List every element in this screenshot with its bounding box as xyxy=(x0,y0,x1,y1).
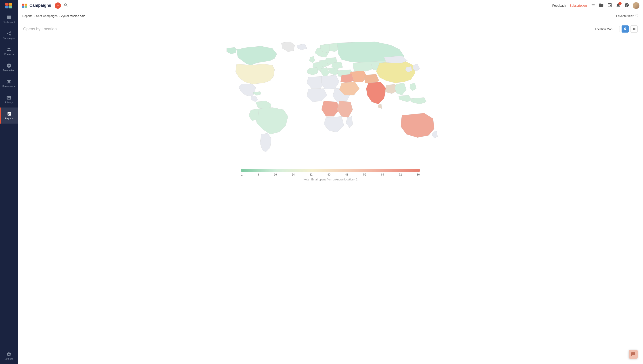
breadcrumb-sent-campaigns[interactable]: Sent Campaigns xyxy=(36,14,58,18)
chat-button[interactable] xyxy=(629,350,638,359)
sidebar-item-campaigns[interactable]: Campaigns xyxy=(0,27,18,43)
help-icon[interactable] xyxy=(624,3,629,8)
svg-rect-4 xyxy=(22,4,24,5)
folder-icon[interactable] xyxy=(599,3,604,8)
sidebar-item-library[interactable]: Library xyxy=(0,92,18,108)
subscription-link[interactable]: Subscription xyxy=(569,4,587,7)
legend-container: 1 8 16 24 32 40 48 56 64 72 80 xyxy=(23,169,638,176)
map-container xyxy=(23,36,638,166)
svg-rect-0 xyxy=(5,3,9,6)
top-navbar: Campaigns + Feedback Subscription 7 xyxy=(18,0,643,11)
sidebar-bottom: Settings xyxy=(0,348,18,364)
map-note: Note : Email opens from unknown location… xyxy=(23,178,638,181)
favorite-heart-icon[interactable]: ♡ xyxy=(635,14,638,18)
svg-rect-5 xyxy=(22,6,24,8)
svg-rect-3 xyxy=(9,6,12,8)
legend-labels: 1 8 16 24 32 40 48 56 64 72 80 xyxy=(241,173,420,176)
breadcrumb-sep-2: › xyxy=(59,14,60,18)
breadcrumb-bar: Reports › Sent Campaigns › Zylker fashio… xyxy=(18,11,643,21)
nav-actions: Feedback Subscription 7 xyxy=(552,2,639,9)
calendar-icon[interactable] xyxy=(607,3,612,8)
breadcrumb-current: Zylker fashion sale xyxy=(61,14,85,18)
legend-bar xyxy=(241,169,420,172)
sidebar-item-ecommerce[interactable]: Ecommerce xyxy=(0,76,18,92)
sidebar-item-reports[interactable]: Reports xyxy=(0,108,18,124)
feedback-link[interactable]: Feedback xyxy=(552,4,566,7)
section-header: Opens by Location Location Map xyxy=(23,26,638,32)
breadcrumb: Reports › Sent Campaigns › Zylker fashio… xyxy=(22,14,85,18)
map-view-button[interactable] xyxy=(621,26,629,32)
favorite-label: Favorite this? xyxy=(616,14,634,18)
view-dropdown-button[interactable]: Location Map xyxy=(592,26,620,32)
breadcrumb-reports[interactable]: Reports xyxy=(22,14,33,18)
svg-rect-7 xyxy=(25,6,27,8)
search-icon[interactable] xyxy=(63,2,69,9)
sidebar-item-settings[interactable]: Settings xyxy=(0,348,18,364)
notification-icon[interactable]: 7 xyxy=(616,3,621,8)
page-content: Opens by Location Location Map xyxy=(18,21,643,364)
page-title: Opens by Location xyxy=(23,27,57,32)
sidebar: Dashboard Campaigns Contacts Automation … xyxy=(0,0,18,364)
notification-badge: 7 xyxy=(618,2,621,5)
app-logo[interactable] xyxy=(0,0,18,11)
svg-rect-2 xyxy=(9,3,12,6)
view-controls: Location Map xyxy=(592,26,638,32)
sidebar-item-dashboard[interactable]: Dashboard xyxy=(0,11,18,27)
app-title: Campaigns xyxy=(30,3,51,8)
add-button[interactable]: + xyxy=(55,2,61,9)
breadcrumb-sep-1: › xyxy=(34,14,35,18)
nav-logo-area: Campaigns xyxy=(22,2,51,9)
grid-view-button[interactable] xyxy=(630,26,638,32)
sidebar-item-automation[interactable]: Automation xyxy=(0,59,18,76)
sidebar-item-contacts[interactable]: Contacts xyxy=(0,43,18,59)
avatar[interactable] xyxy=(633,2,639,9)
svg-rect-6 xyxy=(25,4,27,5)
main-content: Campaigns + Feedback Subscription 7 xyxy=(18,0,643,364)
list-icon[interactable] xyxy=(590,3,595,8)
world-map-svg xyxy=(23,36,638,166)
favorite-area: Favorite this? ♡ xyxy=(616,14,638,18)
svg-rect-1 xyxy=(5,6,9,8)
